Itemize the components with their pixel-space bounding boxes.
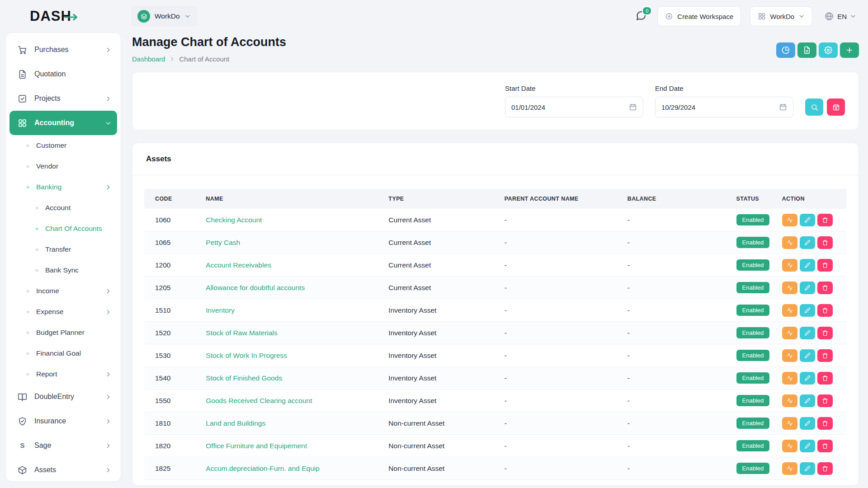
edit-button[interactable] <box>800 304 815 317</box>
pencil-icon <box>804 285 811 291</box>
journal-button[interactable] <box>782 214 797 226</box>
sidebar-item-vendor[interactable]: Vendor <box>9 156 117 177</box>
edit-button[interactable] <box>800 372 815 385</box>
edit-button[interactable] <box>800 440 815 452</box>
sidebar-item-purchases[interactable]: Purchases <box>9 38 117 62</box>
journal-button[interactable] <box>782 372 797 385</box>
account-name-link[interactable]: Checking Account <box>206 216 262 224</box>
status-badge: Enabled <box>736 282 770 293</box>
sidebar-item-expense[interactable]: Expense <box>9 301 117 322</box>
create-workspace-button[interactable]: Create Workspace <box>657 6 741 26</box>
sidebar-item-customer[interactable]: Customer <box>9 135 117 156</box>
delete-button[interactable] <box>817 259 833 272</box>
journal-button[interactable] <box>782 462 797 475</box>
account-name-link[interactable]: Land and Buildings <box>206 419 265 427</box>
chevron-right-icon <box>105 394 112 400</box>
search-button[interactable] <box>805 99 823 116</box>
edit-button[interactable] <box>800 236 815 249</box>
sidebar-item-chart-of-accounts[interactable]: Chart Of Accounts <box>9 218 117 239</box>
delete-button[interactable] <box>817 349 833 362</box>
table-row: 1820Office Furniture and EquipementNon-c… <box>144 435 847 457</box>
journal-button[interactable] <box>782 327 797 339</box>
account-name-link[interactable]: Allowance for doubtful accounts <box>206 284 305 291</box>
edit-button[interactable] <box>800 327 815 339</box>
status-badge: Enabled <box>736 463 770 474</box>
app-logo[interactable]: DASH <box>0 0 127 33</box>
delete-button[interactable] <box>817 372 833 385</box>
chevron-right-icon <box>105 95 112 102</box>
apps-dropdown[interactable]: WorkDo <box>750 6 812 26</box>
account-name-link[interactable]: Stock of Work In Progress <box>206 352 287 359</box>
sidebar-item-label: Income <box>36 287 59 295</box>
account-name-link[interactable]: Stock of Raw Materials <box>206 329 278 337</box>
workspace-switcher[interactable]: WorkDo <box>131 6 197 27</box>
edit-button[interactable] <box>800 214 815 226</box>
sidebar-item-assets[interactable]: Assets <box>9 458 117 482</box>
account-name-link[interactable]: Goods Received Clearing account <box>206 397 312 404</box>
journal-button[interactable] <box>782 440 797 452</box>
sidebar-item-account[interactable]: Account <box>9 197 117 218</box>
delete-button[interactable] <box>817 417 833 430</box>
language-selector[interactable]: EN <box>821 11 859 22</box>
delete-button[interactable] <box>817 462 833 475</box>
account-name-link[interactable]: Inventory <box>206 306 235 314</box>
journal-button[interactable] <box>782 417 797 430</box>
journal-button[interactable] <box>782 259 797 272</box>
sidebar-item-sage[interactable]: SSage <box>9 433 117 458</box>
account-name-link[interactable]: Petty Cash <box>206 239 240 246</box>
sidebar-item-financial-goal[interactable]: Financial Goal <box>9 343 117 364</box>
breadcrumb-dashboard-link[interactable]: Dashboard <box>132 55 165 63</box>
sidebar-item-budget-planner[interactable]: Budget Planner <box>9 322 117 343</box>
delete-button[interactable] <box>817 236 833 249</box>
sidebar-item-report[interactable]: Report <box>9 364 117 385</box>
account-name-link[interactable]: Office Furniture and Equipement <box>206 442 307 450</box>
chevron-right-icon <box>105 184 112 191</box>
reset-filter-button[interactable] <box>827 99 845 116</box>
column-header-status: STATUS <box>731 189 777 209</box>
pencil-icon <box>804 375 811 381</box>
edit-button[interactable] <box>800 462 815 475</box>
sidebar-item-transfer[interactable]: Transfer <box>9 239 117 260</box>
sidebar-item-income[interactable]: Income <box>9 281 117 301</box>
chart-view-button[interactable] <box>776 42 795 58</box>
import-button[interactable] <box>797 42 816 58</box>
delete-button[interactable] <box>817 304 833 317</box>
sidebar-item-projects[interactable]: Projects <box>9 86 117 111</box>
delete-button[interactable] <box>817 394 833 407</box>
row-actions <box>777 412 847 435</box>
start-date-input[interactable]: 01/01/2024 <box>505 97 643 117</box>
sidebar-item-insurance[interactable]: Insurance <box>9 409 117 433</box>
edit-button[interactable] <box>800 417 815 430</box>
delete-button[interactable] <box>817 214 833 226</box>
edit-button[interactable] <box>800 259 815 272</box>
delete-button[interactable] <box>817 327 833 339</box>
delete-button[interactable] <box>817 282 833 294</box>
end-date-input[interactable]: 10/29/2024 <box>655 97 793 117</box>
account-name-link[interactable]: Accum.depreciation-Furn. and Equip <box>206 465 320 472</box>
edit-button[interactable] <box>800 394 815 407</box>
edit-button[interactable] <box>800 282 815 294</box>
edit-button[interactable] <box>800 349 815 362</box>
sidebar-item-quotation[interactable]: Quotation <box>9 62 117 86</box>
sidebar-item-bank-sync[interactable]: Bank Sync <box>9 260 117 281</box>
sidebar-item-label: Budget Planner <box>36 328 85 337</box>
sidebar-item-accounting[interactable]: Accounting <box>9 111 117 135</box>
parent-account-name: - <box>499 254 622 277</box>
journal-button[interactable] <box>782 349 797 362</box>
journal-button[interactable] <box>782 394 797 407</box>
journal-button[interactable] <box>782 282 797 294</box>
accounts-card-header: Assets <box>132 143 859 175</box>
journal-button[interactable] <box>782 304 797 317</box>
create-account-button[interactable] <box>840 42 859 58</box>
sidebar-item-doubleentry[interactable]: DoubleEntry <box>9 385 117 409</box>
settings-button[interactable] <box>819 42 838 58</box>
account-name-link[interactable]: Account Receivables <box>206 261 271 269</box>
account-name-link[interactable]: Stock of Finished Goods <box>206 374 282 382</box>
journal-button[interactable] <box>782 236 797 249</box>
delete-button[interactable] <box>817 440 833 452</box>
account-balance: - <box>622 254 731 277</box>
account-balance: - <box>622 344 731 367</box>
messages-button[interactable]: 0 <box>634 9 648 24</box>
pencil-icon <box>804 443 811 449</box>
sidebar-item-banking[interactable]: Banking <box>9 177 117 197</box>
